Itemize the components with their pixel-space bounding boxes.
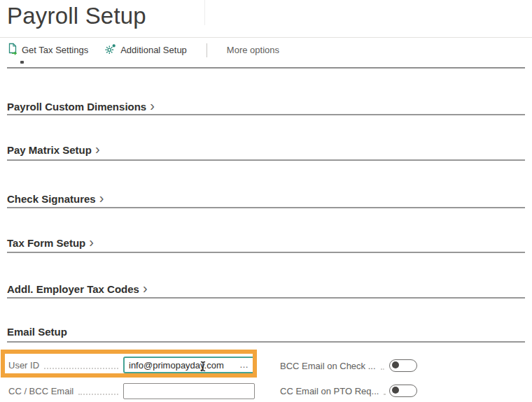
additional-setup-button[interactable]: Additional Setup (105, 43, 187, 57)
section-label: Addl. Employer Tax Codes (7, 283, 139, 295)
cc-on-pto-toggle[interactable] (389, 385, 417, 397)
section-rule (7, 159, 525, 161)
cc-bcc-email-label: CC / BCC Email (8, 386, 74, 396)
document-import-icon (7, 43, 18, 57)
chevron-right-icon: › (99, 193, 104, 203)
toggle-knob (392, 361, 399, 368)
section-check-signatures[interactable]: Check Signatures › (7, 193, 104, 205)
bcc-on-check-label: BCC Email on Check ... (280, 361, 376, 371)
section-label: Tax Form Setup (7, 237, 85, 249)
more-options-button[interactable]: More options (227, 45, 279, 55)
section-addl-employer-tax-codes[interactable]: Addl. Employer Tax Codes › (7, 283, 148, 295)
user-id-input[interactable]: info@primopayday.com … (123, 357, 255, 373)
section-payroll-custom-dimensions[interactable]: Payroll Custom Dimensions › (7, 101, 155, 113)
toggle-knob (392, 387, 399, 394)
cc-on-pto-row: CC Email on PTO Req... (280, 384, 417, 398)
gears-icon (105, 43, 116, 57)
user-id-value: info@primopayday.com (129, 360, 224, 371)
cc-bcc-email-field-row: CC / BCC Email (8, 381, 255, 401)
section-label: Email Setup (7, 326, 67, 338)
dotted-leader (381, 368, 384, 370)
ghost-artifact-line (204, 0, 205, 25)
additional-setup-label: Additional Setup (120, 45, 187, 55)
chevron-right-icon: › (95, 144, 100, 154)
get-tax-settings-button[interactable]: Get Tax Settings (7, 43, 88, 57)
section-label: Check Signatures (7, 193, 96, 205)
section-label: Payroll Custom Dimensions (7, 101, 146, 113)
cc-bcc-email-input[interactable] (123, 383, 255, 399)
bcc-on-check-toggle[interactable] (389, 359, 417, 372)
section-rule (7, 252, 525, 253)
get-tax-settings-label: Get Tax Settings (22, 45, 88, 55)
section-label: Pay Matrix Setup (7, 144, 92, 156)
dotted-leader (78, 394, 118, 395)
user-id-label: User ID (8, 360, 39, 371)
scrolled-section-divider (7, 67, 525, 69)
chevron-right-icon: › (143, 283, 148, 293)
bcc-on-check-row: BCC Email on Check ... (280, 359, 417, 373)
user-id-field-row: User ID info@primopayday.com … (8, 355, 255, 375)
chevron-right-icon: › (150, 101, 155, 110)
section-tax-form-setup[interactable]: Tax Form Setup › (7, 237, 94, 249)
section-pay-matrix-setup[interactable]: Pay Matrix Setup › (7, 144, 100, 156)
page-title: Payroll Setup (7, 0, 146, 32)
dotted-leader (384, 394, 384, 395)
action-bar-divider (206, 43, 207, 57)
section-rule (7, 114, 525, 115)
assist-edit-button[interactable]: … (239, 361, 249, 368)
section-rule (7, 297, 525, 299)
action-bar: Get Tax Settings Additional Setup More o… (0, 37, 532, 62)
dotted-leader (44, 368, 118, 369)
section-rule (7, 341, 525, 343)
cc-on-pto-label: CC Email on PTO Req... (280, 386, 379, 396)
section-email-setup[interactable]: Email Setup (7, 326, 67, 338)
clipped-content-artifact (20, 61, 24, 64)
chevron-right-icon: › (89, 237, 94, 247)
section-rule (7, 207, 525, 208)
